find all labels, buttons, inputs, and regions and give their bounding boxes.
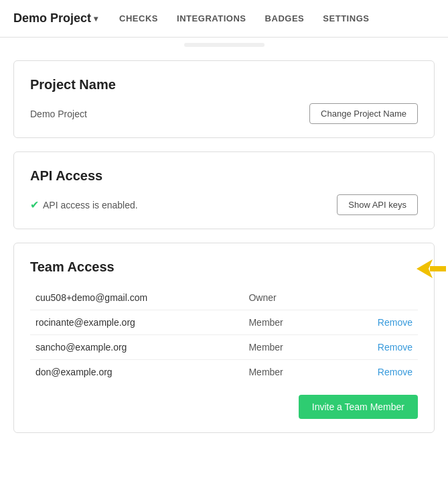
member-email: rocinante@example.org [30,310,243,335]
team-access-card-title: Team Access [30,259,418,275]
project-title-dropdown[interactable]: Demo Project ▾ [13,11,98,25]
project-name-card: Project Name Demo Project Change Project… [13,60,435,138]
member-email: sancho@example.org [30,335,243,360]
member-remove[interactable]: Remove [340,360,418,385]
member-role: Member [243,335,340,360]
main-nav: CHECKS INTEGRATIONS BADGES SETTINGS [119,11,369,26]
member-remove [340,286,418,310]
invite-team-member-button[interactable]: Invite a Team Member [299,395,418,419]
table-row: sancho@example.orgMemberRemove [30,335,418,360]
project-name-card-row: Demo Project Change Project Name [30,103,418,124]
table-row: rocinante@example.orgMemberRemove [30,310,418,335]
project-name-card-title: Project Name [30,77,418,92]
main-header: Demo Project ▾ CHECKS INTEGRATIONS BADGE… [0,0,448,38]
svg-rect-1 [430,266,446,271]
api-access-card: API Access ✔ API access is enabled. Show… [13,151,435,229]
project-title-text: Demo Project [13,11,91,25]
scroll-indicator [184,43,265,47]
api-access-card-title: API Access [30,168,418,184]
show-api-keys-button[interactable]: Show API keys [337,194,418,215]
api-access-card-row: ✔ API access is enabled. Show API keys [30,194,418,215]
table-row: don@example.orgMemberRemove [30,360,418,385]
team-access-card: Team Access cuu508+demo@gmail.comOwnerro… [13,243,435,433]
member-role: Member [243,310,340,335]
nav-checks[interactable]: CHECKS [119,11,158,26]
change-project-name-button[interactable]: Change Project Name [309,103,418,124]
member-remove[interactable]: Remove [340,335,418,360]
member-role: Member [243,360,340,385]
api-status: ✔ API access is enabled. [30,198,138,211]
nav-integrations[interactable]: INTEGRATIONS [177,11,246,26]
member-remove[interactable]: Remove [340,310,418,335]
project-name-value: Demo Project [30,109,87,119]
main-content: Project Name Demo Project Change Project… [0,47,448,467]
invite-row: Invite a Team Member [30,395,418,419]
team-members-table: cuu508+demo@gmail.comOwnerrocinante@exam… [30,286,418,384]
dropdown-arrow-icon: ▾ [94,14,98,23]
nav-badges[interactable]: BADGES [265,11,305,26]
member-role: Owner [243,286,340,310]
api-status-text: API access is enabled. [43,200,138,210]
table-row: cuu508+demo@gmail.comOwner [30,286,418,310]
member-email: cuu508+demo@gmail.com [30,286,243,310]
nav-settings[interactable]: SETTINGS [323,11,369,26]
api-enabled-check-icon: ✔ [30,198,39,211]
arrow-indicator-icon [417,259,446,283]
member-email: don@example.org [30,360,243,385]
